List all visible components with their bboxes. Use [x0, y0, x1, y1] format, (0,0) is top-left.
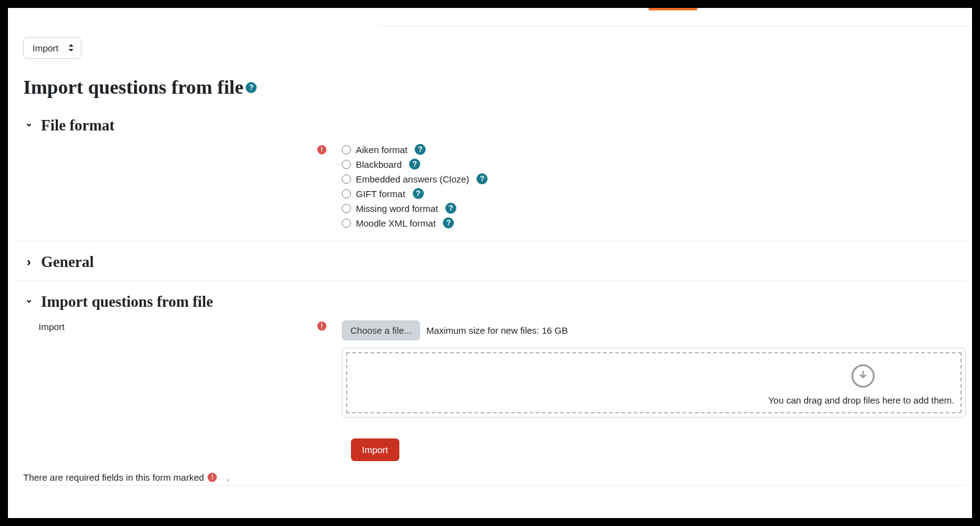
chevron-down-icon — [25, 120, 32, 131]
help-icon[interactable]: ? — [415, 144, 426, 155]
radio-moodle-xml[interactable]: Moodle XML format ? — [342, 217, 966, 228]
download-arrow-icon — [851, 364, 875, 388]
file-dropzone[interactable]: You can drag and drop files here to add … — [346, 352, 962, 413]
section-toggle-file-format[interactable]: File format — [14, 105, 966, 139]
radio-missing-word[interactable]: Missing word format ? — [342, 203, 966, 214]
required-note-text: There are required fields in this form m… — [23, 472, 204, 483]
help-icon[interactable]: ? — [445, 203, 456, 214]
radio-cloze[interactable]: Embedded answers (Cloze) ? — [342, 173, 966, 184]
section-toggle-general[interactable]: General — [14, 241, 966, 276]
radio-label: Moodle XML format — [356, 218, 435, 228]
radio-label: Missing word format — [356, 203, 438, 214]
radio-input[interactable] — [342, 204, 351, 213]
radio-input[interactable] — [342, 219, 351, 228]
required-icon: ! — [317, 321, 326, 331]
help-icon[interactable]: ? — [413, 188, 424, 199]
help-icon[interactable]: ? — [477, 173, 488, 184]
tab-underline — [378, 26, 972, 26]
dropzone-text: You can drag and drop files here to add … — [768, 395, 954, 405]
help-icon[interactable]: ? — [246, 82, 257, 93]
required-fields-note: There are required fields in this form m… — [23, 472, 966, 486]
chevron-right-icon — [25, 255, 32, 269]
radio-label: Blackboard — [356, 159, 402, 170]
radio-label: Aiken format — [356, 145, 407, 155]
page-action-select[interactable]: Import — [23, 37, 81, 59]
section-title-general: General — [41, 254, 94, 271]
file-format-radio-group: Aiken format ? Blackboard ? Embedded ans… — [342, 144, 966, 228]
active-tab-indicator — [649, 8, 697, 10]
help-icon[interactable]: ? — [443, 217, 454, 228]
radio-label: GIFT format — [356, 189, 405, 199]
file-dropzone-container: You can drag and drop files here to add … — [342, 348, 966, 418]
section-title-file-format: File format — [41, 117, 115, 134]
radio-label: Embedded answers (Cloze) — [356, 174, 469, 184]
radio-input[interactable] — [342, 160, 351, 169]
import-submit-button[interactable]: Import — [351, 438, 399, 461]
radio-input[interactable] — [342, 175, 351, 184]
radio-aiken[interactable]: Aiken format ? — [342, 144, 966, 155]
section-title-import-file: Import questions from file — [41, 293, 213, 310]
max-size-text: Maximum size for new files: 16 GB — [426, 325, 568, 336]
radio-blackboard[interactable]: Blackboard ? — [342, 159, 966, 170]
help-icon[interactable]: ? — [409, 159, 420, 170]
import-label: Import — [39, 321, 65, 332]
section-toggle-import-file[interactable]: Import questions from file — [14, 281, 966, 315]
radio-input[interactable] — [342, 189, 351, 198]
page-title: Import questions from file ? — [23, 76, 966, 99]
required-note-suffix: . — [227, 472, 229, 483]
required-icon: ! — [317, 145, 326, 154]
page-title-text: Import questions from file — [23, 76, 243, 99]
radio-gift[interactable]: GIFT format ? — [342, 188, 966, 199]
chevron-down-icon — [25, 296, 32, 307]
required-icon: ! — [208, 473, 217, 482]
choose-file-button[interactable]: Choose a file... — [342, 320, 420, 340]
radio-input[interactable] — [342, 145, 351, 154]
